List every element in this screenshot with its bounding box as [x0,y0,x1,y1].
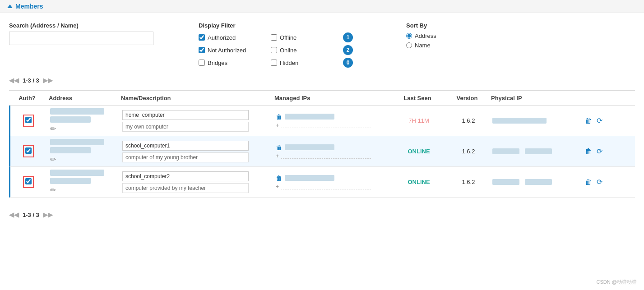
delete-ip-icon-2[interactable]: 🗑 [276,144,282,151]
edit-icon-2[interactable]: ✏ [50,155,115,164]
ip-row-3: 🗑 [276,175,386,182]
not-authorized-checkbox[interactable] [199,47,205,53]
add-ip-row-3[interactable]: + [276,184,386,190]
main-content: Search (Address / Name) Display Filter A… [0,13,644,227]
header-physical-ip: Physical IP [487,95,569,101]
power-icon-1[interactable]: ⟳ [597,116,602,125]
last-seen-cell-3: ONLINE [389,179,448,185]
online-label: Online [280,47,297,54]
search-input[interactable] [9,32,153,45]
power-icon-2[interactable]: ⟳ [597,147,602,156]
actions-cell-3: 🗑 ⟳ [570,178,606,186]
delete-member-icon-1[interactable]: 🗑 [585,117,592,125]
add-ip-plus-1[interactable]: + [276,122,279,129]
online-badge: 2 [343,45,353,55]
last-seen-value-1: 7H 11M [408,117,429,124]
sort-name-radio[interactable] [406,42,412,48]
version-cell-2: 1.6.2 [448,148,489,155]
managed-ip-3 [285,175,334,181]
name-input-2[interactable] [122,141,249,151]
bridges-checkbox[interactable] [199,60,205,66]
filter-authorized[interactable]: Authorized [199,34,271,41]
filter-online[interactable]: Online [271,47,343,54]
prev-prev-button[interactable]: ◀◀ [9,77,19,84]
filter-not-authorized[interactable]: Not Authorized [199,47,271,54]
offline-checkbox[interactable] [271,34,277,41]
physical-ip-cell-1 [489,118,570,124]
add-ip-line-1 [281,123,371,128]
name-input-1[interactable] [122,110,249,120]
version-value-2: 1.6.2 [462,148,475,155]
delete-member-icon-3[interactable]: 🗑 [585,178,592,186]
display-filter-title: Display Filter [199,22,370,29]
table-row: ✏ 🗑 + ONLINE 1.6.2 [9,136,635,167]
sort-name[interactable]: Name [406,42,436,49]
edit-icon-3[interactable]: ✏ [50,186,115,194]
address-line2-2 [50,147,91,153]
physical-ip-value-1 [492,118,547,124]
hidden-label: Hidden [280,60,298,66]
physical-ip-value-2a [492,148,519,154]
name-cell-3 [119,171,272,193]
delete-ip-icon-3[interactable]: 🗑 [276,175,282,182]
hidden-badge: 0 [343,58,353,68]
bottom-next-next-button[interactable]: ▶▶ [43,211,53,218]
table-row: ✏ 🗑 + 7H 11M 1.6.2 [9,106,635,136]
filter-hidden[interactable]: Hidden [271,60,343,66]
auth-checkbox-3[interactable] [25,178,32,184]
add-ip-plus-2[interactable]: + [276,153,279,159]
actions-cell-2: 🗑 ⟳ [570,147,606,156]
last-seen-value-3: ONLINE [408,179,430,185]
managed-ips-cell-3: 🗑 + [272,175,389,190]
controls-row: Search (Address / Name) Display Filter A… [9,22,635,68]
members-title: Members [7,3,43,10]
header-address: Address [45,95,117,101]
offline-label: Offline [280,34,297,41]
add-ip-plus-3[interactable]: + [276,184,279,190]
name-cell-2 [119,141,272,162]
auth-checkbox-2[interactable] [25,147,32,154]
address-line2-3 [50,178,91,184]
collapse-arrow-icon[interactable] [7,5,13,8]
top-bar: Members [0,0,644,13]
desc-input-2[interactable] [122,152,249,162]
bottom-pagination: ◀◀ 1-3 / 3 ▶▶ [9,211,635,218]
address-line1-1 [50,108,104,115]
name-cell-1 [119,110,272,132]
authorized-label: Authorized [208,34,236,41]
pagination-text: 1-3 / 3 [23,77,39,84]
delete-member-icon-2[interactable]: 🗑 [585,147,592,156]
auth-cell-3 [10,176,46,188]
members-table: Auth? Address Name/Description Managed I… [9,90,635,198]
version-cell-1: 1.6.2 [448,117,489,124]
delete-ip-icon-1[interactable]: 🗑 [276,113,282,120]
filter-offline[interactable]: Offline [271,34,343,41]
bottom-pagination-text: 1-3 / 3 [23,212,39,218]
sort-address[interactable]: Address [406,32,436,39]
name-input-3[interactable] [122,171,249,181]
auth-cell-2 [10,145,46,157]
address-cell-1: ✏ [46,108,119,133]
search-label: Search (Address / Name) [9,22,153,29]
edit-icon-1[interactable]: ✏ [50,124,115,133]
ip-row-2: 🗑 [276,144,386,151]
authorized-checkbox[interactable] [199,34,205,41]
power-icon-3[interactable]: ⟳ [597,178,602,186]
table-row: ✏ 🗑 + ONLINE 1.6.2 [9,167,635,198]
desc-input-1[interactable] [122,122,249,132]
online-checkbox[interactable] [271,47,277,53]
hidden-checkbox[interactable] [271,60,277,66]
address-line2-1 [50,116,91,123]
bottom-prev-prev-button[interactable]: ◀◀ [9,211,19,218]
add-ip-line-2 [281,153,371,159]
sort-address-radio[interactable] [406,33,412,39]
auth-checkbox-1[interactable] [25,117,32,123]
add-ip-row-2[interactable]: + [276,153,386,159]
auth-checkbox-wrap-1 [23,115,34,127]
header-auth: Auth? [9,95,45,101]
table-header: Auth? Address Name/Description Managed I… [9,91,635,106]
next-next-button[interactable]: ▶▶ [43,77,53,84]
desc-input-3[interactable] [122,183,249,193]
add-ip-row-1[interactable]: + [276,122,386,129]
filter-bridges[interactable]: Bridges [199,60,271,66]
